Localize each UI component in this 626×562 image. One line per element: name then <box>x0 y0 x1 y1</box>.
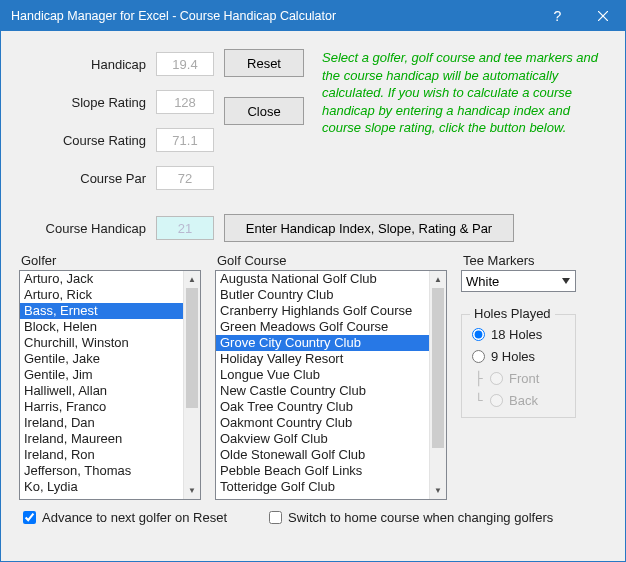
golfer-list-item[interactable]: Arturo, Jack <box>20 271 183 287</box>
golfer-list-item[interactable]: Gentile, Jim <box>20 367 183 383</box>
course-list-item[interactable]: New Castle Country Club <box>216 383 429 399</box>
golf-course-listbox[interactable]: Augusta National Golf ClubButler Country… <box>215 270 447 500</box>
dialog-window: Handicap Manager for Excel - Course Hand… <box>0 0 626 562</box>
close-icon <box>598 11 608 21</box>
course-list-item[interactable]: Totteridge Golf Club <box>216 479 429 495</box>
course-scrollbar[interactable]: ▲ ▼ <box>429 271 446 499</box>
golfer-list-item[interactable]: Gentile, Jake <box>20 351 183 367</box>
tee-markers-select[interactable]: White <box>461 270 576 292</box>
advance-next-checkbox-input[interactable] <box>23 511 36 524</box>
switch-home-label: Switch to home course when changing golf… <box>288 510 553 525</box>
golfer-list-item[interactable]: Ireland, Ron <box>20 447 183 463</box>
course-rating-input[interactable] <box>156 128 214 152</box>
switch-home-checkbox-input[interactable] <box>269 511 282 524</box>
switch-home-checkbox[interactable]: Switch to home course when changing golf… <box>267 510 553 525</box>
course-par-input[interactable] <box>156 166 214 190</box>
lists-area: Golfer Arturo, JackArturo, RickBass, Ern… <box>19 253 607 500</box>
tee-markers-label: Tee Markers <box>461 253 576 268</box>
field-column: Handicap Slope Rating Course Rating Cour… <box>19 45 214 197</box>
golfer-list-item[interactable]: Ko, Lydia <box>20 479 183 495</box>
button-column: Reset Close <box>224 45 312 197</box>
golfer-list-item[interactable]: Ireland, Dan <box>20 415 183 431</box>
holes-9-radio-input[interactable] <box>472 350 485 363</box>
course-list-item[interactable]: Olde Stonewall Golf Club <box>216 447 429 463</box>
course-list-item[interactable]: Oakview Golf Club <box>216 431 429 447</box>
slope-rating-label: Slope Rating <box>19 95 156 110</box>
holes-9-radio[interactable]: 9 Holes <box>470 345 567 367</box>
window-title: Handicap Manager for Excel - Course Hand… <box>11 9 535 23</box>
course-list-item[interactable]: Grove City Country Club <box>216 335 429 351</box>
scroll-down-icon[interactable]: ▼ <box>430 482 446 499</box>
course-list-item[interactable]: Longue Vue Club <box>216 367 429 383</box>
svg-marker-2 <box>562 278 570 284</box>
help-text: Select a golfer, golf course and tee mar… <box>322 45 607 197</box>
golfer-list-item[interactable]: Harris, Franco <box>20 399 183 415</box>
titlebar: Handicap Manager for Excel - Course Hand… <box>1 1 625 31</box>
holes-back-radio: └ Back <box>470 389 567 411</box>
golfer-label: Golfer <box>19 253 201 268</box>
scroll-up-icon[interactable]: ▲ <box>184 271 200 288</box>
tee-markers-value: White <box>466 274 499 289</box>
golfer-list-item[interactable]: Bass, Ernest <box>20 303 183 319</box>
golfer-list-item[interactable]: Ireland, Maureen <box>20 431 183 447</box>
scroll-up-icon[interactable]: ▲ <box>430 271 446 288</box>
course-handicap-output <box>156 216 214 240</box>
handicap-input[interactable] <box>156 52 214 76</box>
right-column: Tee Markers White Holes Played 18 Holes <box>461 253 576 500</box>
holes-front-radio-input <box>490 372 503 385</box>
top-area: Handicap Slope Rating Course Rating Cour… <box>19 45 607 197</box>
chevron-down-icon <box>557 271 575 291</box>
golfer-listbox[interactable]: Arturo, JackArturo, RickBass, ErnestBloc… <box>19 270 201 500</box>
close-button[interactable]: Close <box>224 97 304 125</box>
scroll-down-icon[interactable]: ▼ <box>184 482 200 499</box>
holes-18-label: 18 Holes <box>491 327 542 342</box>
golfer-scrollbar[interactable]: ▲ ▼ <box>183 271 200 499</box>
enter-handicap-index-button[interactable]: Enter Handicap Index, Slope, Rating & Pa… <box>224 214 514 242</box>
holes-front-radio: ├ Front <box>470 367 567 389</box>
titlebar-close-button[interactable] <box>580 1 625 31</box>
holes-back-radio-input <box>490 394 503 407</box>
holes-18-radio[interactable]: 18 Holes <box>470 323 567 345</box>
course-list-item[interactable]: Butler Country Club <box>216 287 429 303</box>
golfer-list-item[interactable]: Block, Helen <box>20 319 183 335</box>
bottom-row: Advance to next golfer on Reset Switch t… <box>19 510 607 525</box>
golf-course-label: Golf Course <box>215 253 447 268</box>
holes-9-label: 9 Holes <box>491 349 535 364</box>
course-list-item[interactable]: Green Meadows Golf Course <box>216 319 429 335</box>
course-rating-label: Course Rating <box>19 133 156 148</box>
golfer-list-item[interactable]: Arturo, Rick <box>20 287 183 303</box>
reset-button[interactable]: Reset <box>224 49 304 77</box>
titlebar-help-button[interactable]: ? <box>535 1 580 31</box>
golfer-list-item[interactable]: Halliwell, Allan <box>20 383 183 399</box>
course-scroll-thumb[interactable] <box>432 288 444 448</box>
advance-next-checkbox[interactable]: Advance to next golfer on Reset <box>21 510 227 525</box>
course-handicap-label: Course Handicap <box>19 221 156 236</box>
golfer-scroll-thumb[interactable] <box>186 288 198 408</box>
course-list-item[interactable]: Holiday Valley Resort <box>216 351 429 367</box>
dialog-body: Handicap Slope Rating Course Rating Cour… <box>1 31 625 561</box>
golfer-list-item[interactable]: Churchill, Winston <box>20 335 183 351</box>
golfer-list-item[interactable]: Jefferson, Thomas <box>20 463 183 479</box>
holes-played-group: Holes Played 18 Holes 9 Holes ├ Front <box>461 314 576 418</box>
slope-rating-input[interactable] <box>156 90 214 114</box>
course-list-item[interactable]: Oak Tree Country Club <box>216 399 429 415</box>
holes-front-label: Front <box>509 371 539 386</box>
holes-played-legend: Holes Played <box>470 306 555 321</box>
holes-back-label: Back <box>509 393 538 408</box>
course-list-item[interactable]: Pebble Beach Golf Links <box>216 463 429 479</box>
advance-next-label: Advance to next golfer on Reset <box>42 510 227 525</box>
handicap-label: Handicap <box>19 57 156 72</box>
course-list-item[interactable]: Oakmont Country Club <box>216 415 429 431</box>
course-par-label: Course Par <box>19 171 156 186</box>
holes-18-radio-input[interactable] <box>472 328 485 341</box>
course-list-item[interactable]: Cranberry Highlands Golf Course <box>216 303 429 319</box>
course-list-item[interactable]: Augusta National Golf Club <box>216 271 429 287</box>
